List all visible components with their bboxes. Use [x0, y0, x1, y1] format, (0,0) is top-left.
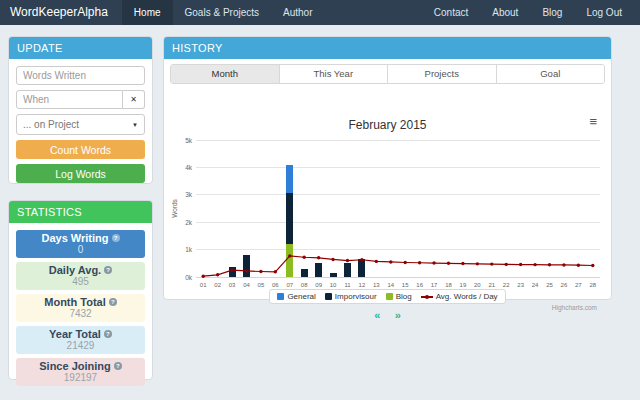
legend-dot-icon: [425, 295, 429, 299]
words-written-input[interactable]: [16, 66, 145, 85]
help-icon[interactable]: ?: [114, 362, 122, 370]
stat-days-writing: Days Writing?0: [16, 230, 145, 258]
when-input[interactable]: [16, 90, 123, 109]
svg-text:Words: Words: [171, 198, 178, 217]
stat-label: Since Joining?: [16, 360, 145, 372]
svg-text:04: 04: [243, 282, 250, 288]
svg-text:25: 25: [546, 282, 553, 288]
month-pager: « »: [164, 305, 611, 323]
help-icon[interactable]: ?: [109, 298, 117, 306]
svg-text:08: 08: [301, 282, 308, 288]
svg-text:09: 09: [315, 282, 322, 288]
nav-item-blog[interactable]: Blog: [530, 0, 574, 25]
legend-item-imporvisour[interactable]: Imporvisour: [325, 292, 377, 301]
chart-legend-inner: GeneralImporvisourBlogAvg. Words / Day: [269, 289, 505, 304]
svg-text:5k: 5k: [185, 137, 193, 144]
update-panel-heading: UPDATE: [9, 37, 152, 59]
svg-text:14: 14: [387, 282, 394, 288]
svg-text:06: 06: [272, 282, 279, 288]
history-tabbar: MonthThis YearProjectsGoal: [170, 64, 605, 84]
next-month-button[interactable]: »: [395, 309, 401, 321]
nav-item-home[interactable]: Home: [122, 0, 173, 25]
stat-value: 0: [16, 244, 145, 255]
legend-swatch-icon: [277, 293, 284, 300]
stat-since-joining: Since Joining?192197: [16, 358, 145, 386]
project-select-value: ... on Project: [23, 119, 79, 130]
navbar-left: HomeGoals & ProjectsAuthor: [122, 0, 325, 25]
help-icon[interactable]: ?: [112, 234, 120, 242]
stat-label: Daily Avg.?: [16, 264, 145, 276]
svg-text:07: 07: [286, 282, 293, 288]
chart-title: February 2015: [164, 118, 611, 132]
nav-item-goals-projects[interactable]: Goals & Projects: [173, 0, 271, 25]
svg-text:26: 26: [561, 282, 568, 288]
svg-text:28: 28: [589, 282, 596, 288]
update-panel: UPDATE ✕ ... on Project ▼ Count Words Lo…: [8, 36, 153, 184]
clear-when-button[interactable]: ✕: [123, 90, 145, 109]
history-chart: 0k1k2k3k4k5kWords01020304050607080910111…: [170, 134, 606, 294]
legend-item-avg-words-day[interactable]: Avg. Words / Day: [421, 292, 498, 301]
statistics-panel-heading: STATISTICS: [9, 201, 152, 223]
project-select[interactable]: ... on Project ▼: [16, 114, 145, 135]
legend-label: Imporvisour: [335, 292, 377, 301]
statistics-list: Days Writing?0Daily Avg.?495Month Total?…: [9, 223, 152, 393]
close-icon: ✕: [130, 95, 137, 104]
update-panel-body: ✕ ... on Project ▼ Count Words Log Words: [9, 59, 152, 190]
nav-item-author[interactable]: Author: [271, 0, 324, 25]
svg-text:15: 15: [402, 282, 409, 288]
stat-label: Month Total?: [16, 296, 145, 308]
svg-text:22: 22: [503, 282, 510, 288]
svg-text:12: 12: [359, 282, 366, 288]
svg-text:03: 03: [229, 282, 236, 288]
stat-label: Year Total?: [16, 328, 145, 340]
chart-credits: Highcharts.com: [552, 304, 597, 311]
svg-text:11: 11: [344, 282, 351, 288]
statistics-panel: STATISTICS Days Writing?0Daily Avg.?495M…: [8, 200, 153, 380]
help-icon[interactable]: ?: [104, 266, 112, 274]
legend-item-general[interactable]: General: [277, 292, 315, 301]
svg-text:16: 16: [416, 282, 423, 288]
count-words-button[interactable]: Count Words: [16, 140, 145, 159]
svg-text:18: 18: [445, 282, 452, 288]
svg-text:1k: 1k: [185, 246, 193, 253]
log-words-button[interactable]: Log Words: [16, 164, 145, 183]
tab-projects[interactable]: Projects: [387, 65, 496, 83]
navbar-right: ContactAboutBlogLog Out: [422, 0, 640, 25]
stat-month-total: Month Total?7432: [16, 294, 145, 322]
svg-text:4k: 4k: [185, 164, 193, 171]
history-panel-heading: HISTORY: [164, 37, 611, 59]
stat-year-total: Year Total?21429: [16, 326, 145, 354]
legend-swatch-icon: [325, 293, 332, 300]
svg-text:24: 24: [532, 282, 539, 288]
svg-text:3k: 3k: [185, 191, 193, 198]
svg-text:19: 19: [460, 282, 467, 288]
top-navbar: WordKeeperAlpha HomeGoals & ProjectsAuth…: [0, 0, 640, 25]
tab-this-year[interactable]: This Year: [279, 65, 388, 83]
nav-item-contact[interactable]: Contact: [422, 0, 480, 25]
legend-label: Avg. Words / Day: [436, 292, 498, 301]
help-icon[interactable]: ?: [104, 330, 112, 338]
prev-month-button[interactable]: «: [374, 309, 380, 321]
legend-item-blog[interactable]: Blog: [386, 292, 412, 301]
svg-text:21: 21: [488, 282, 495, 288]
svg-text:20: 20: [474, 282, 481, 288]
history-panel: HISTORY MonthThis YearProjectsGoal Febru…: [163, 36, 612, 300]
stat-daily-avg: Daily Avg.?495: [16, 262, 145, 290]
svg-text:05: 05: [258, 282, 265, 288]
history-panel-body: MonthThis YearProjectsGoal February 2015…: [164, 64, 611, 304]
legend-label: Blog: [396, 292, 412, 301]
chart-menu-icon[interactable]: ≡: [589, 116, 597, 128]
nav-item-about[interactable]: About: [480, 0, 530, 25]
stat-value: 7432: [16, 308, 145, 319]
stat-value: 21429: [16, 340, 145, 351]
svg-text:23: 23: [517, 282, 524, 288]
when-input-group: ✕: [16, 90, 145, 109]
tab-goal[interactable]: Goal: [496, 65, 605, 83]
brand-logo[interactable]: WordKeeperAlpha: [0, 0, 122, 25]
stat-value: 192197: [16, 372, 145, 383]
tab-month[interactable]: Month: [171, 65, 279, 83]
svg-text:02: 02: [214, 282, 221, 288]
nav-item-log-out[interactable]: Log Out: [574, 0, 634, 25]
svg-text:0k: 0k: [185, 274, 193, 281]
svg-text:2k: 2k: [185, 219, 193, 226]
